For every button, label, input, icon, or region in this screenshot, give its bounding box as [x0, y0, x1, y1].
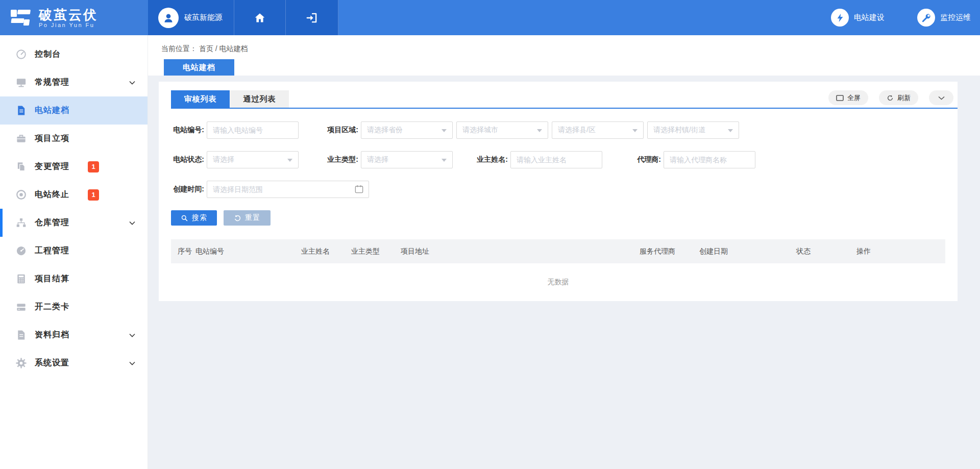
city-select[interactable]: 请选择城市: [456, 121, 548, 139]
tab-review-list[interactable]: 审核列表: [171, 90, 230, 108]
home-button[interactable]: [234, 0, 286, 35]
filter-actions: 搜索 重置: [171, 210, 945, 226]
panel-header: 审核列表 通过列表 全屏 刷新: [171, 82, 958, 109]
brand-logo: 破茧云伏 Po Jian Yun Fu: [0, 0, 148, 35]
agent-input[interactable]: [664, 151, 755, 168]
col-project-address: 项目地址: [401, 247, 640, 256]
chevron-down-icon: [129, 81, 135, 85]
sidebar-item-change-mgmt[interactable]: 变更管理 1: [0, 153, 148, 181]
refresh-button[interactable]: 刷新: [879, 90, 918, 105]
wrench-icon: [917, 9, 935, 27]
col-owner-type: 业主类型: [351, 247, 401, 256]
caret-down-icon: [287, 159, 292, 162]
main-panel: 审核列表 通过列表 全屏 刷新: [159, 82, 958, 301]
list-tabs: 审核列表 通过列表: [171, 90, 289, 108]
sidebar-item-system-settings[interactable]: 系统设置: [0, 349, 148, 377]
breadcrumb-prefix: 当前位置：: [161, 44, 197, 53]
agent-label: 代理商:: [628, 155, 661, 164]
breadcrumb-strip: 当前位置： 首页 / 电站建档 电站建档: [148, 35, 980, 76]
county-select[interactable]: 请选择县/区: [552, 121, 644, 139]
sitemap-icon: [15, 217, 27, 229]
collapse-panel-button[interactable]: [929, 90, 953, 105]
refresh-icon: [887, 94, 894, 102]
copy-pages-icon: [15, 161, 27, 173]
page-tab-station-filing[interactable]: 电站建档: [164, 59, 234, 76]
date-range-field: [207, 181, 369, 198]
col-seq: 序号: [178, 247, 195, 256]
user-account[interactable]: 破茧新能源: [148, 0, 234, 35]
document-icon: [15, 105, 27, 117]
chevron-down-icon: [938, 96, 945, 100]
filter-form: 电站编号: 项目区域: 请选择省份 请选择城市 请选择县/区 请选择村镇/街道 …: [159, 109, 958, 226]
monitor-icon: [15, 77, 27, 89]
gauge-icon: [15, 48, 27, 61]
nav-station-build[interactable]: 电站建设: [831, 9, 885, 27]
col-status: 状态: [796, 247, 856, 256]
project-region-label: 项目区域:: [325, 126, 358, 135]
reset-button[interactable]: 重置: [224, 210, 271, 226]
col-service-agent: 服务代理商: [640, 247, 699, 256]
station-code-label: 电站编号:: [171, 126, 204, 135]
province-select[interactable]: 请选择省份: [361, 121, 453, 139]
caret-down-icon: [728, 129, 733, 132]
sidebar-item-station-filing[interactable]: 电站建档: [0, 96, 148, 125]
tab-passed-list[interactable]: 通过列表: [230, 90, 289, 108]
caret-down-icon: [442, 129, 447, 132]
header-right-nav: 电站建设 监控运维: [338, 0, 980, 35]
station-termination-badge: 1: [88, 189, 99, 201]
filter-row-3: 创建时间:: [171, 181, 945, 198]
col-owner-name: 业主姓名: [301, 247, 351, 256]
caret-down-icon: [632, 129, 638, 132]
briefcase-icon: [15, 133, 27, 145]
app-title: 破茧云伏: [39, 8, 98, 22]
table-header-row: 序号 电站编号 业主姓名 业主类型 项目地址 服务代理商 创建日期 状态 操作: [171, 239, 945, 263]
caret-down-icon: [537, 129, 542, 132]
nav-station-build-label: 电站建设: [854, 13, 885, 22]
owner-name-input[interactable]: [510, 151, 602, 168]
breadcrumb-path: 首页 / 电站建档: [199, 44, 248, 53]
station-status-label: 电站状态:: [171, 155, 204, 164]
nav-monitor-ops-label: 监控运维: [940, 13, 971, 22]
card-icon: [15, 301, 27, 313]
sidebar-item-project-settlement[interactable]: 项目结算: [0, 265, 148, 293]
dashboard-icon: [15, 245, 27, 257]
sidebar-item-warehouse-mgmt[interactable]: 仓库管理: [0, 209, 148, 237]
station-status-select[interactable]: 请选择: [207, 151, 299, 168]
change-mgmt-badge: 1: [88, 161, 99, 172]
gear-icon: [15, 357, 27, 369]
owner-name-label: 业主姓名:: [475, 155, 508, 164]
sidebar-item-console[interactable]: 控制台: [0, 40, 148, 68]
col-create-date: 创建日期: [699, 247, 796, 256]
empty-state-text: 无数据: [171, 263, 945, 301]
sidebar-item-project-initiation[interactable]: 项目立项: [0, 125, 148, 153]
owner-type-select[interactable]: 请选择: [361, 151, 453, 168]
sidebar-item-data-archive[interactable]: 资料归档: [0, 321, 148, 349]
nav-monitor-ops[interactable]: 监控运维: [917, 9, 971, 27]
sidebar-item-engineering-mgmt[interactable]: 工程管理: [0, 237, 148, 265]
brand-logo-icon: [9, 6, 33, 30]
avatar: [158, 8, 179, 28]
company-name: 破茧新能源: [184, 13, 223, 22]
top-header: 破茧云伏 Po Jian Yun Fu 破茧新能源: [0, 0, 980, 35]
filter-row-2: 电站状态: 请选择 业主类型: 请选择 业主姓名: 代理商:: [171, 151, 945, 168]
filter-row-1: 电站编号: 项目区域: 请选择省份 请选择城市 请选择县/区 请选择村镇/街道: [171, 121, 945, 139]
date-range-input[interactable]: [207, 181, 369, 198]
user-icon: [162, 11, 175, 24]
caret-down-icon: [442, 159, 447, 162]
town-select[interactable]: 请选择村镇/街道: [647, 121, 739, 139]
reset-icon: [234, 214, 241, 222]
fullscreen-button[interactable]: 全屏: [828, 90, 868, 105]
sidebar-item-open-type2-card[interactable]: 开二类卡: [0, 293, 148, 321]
create-time-label: 创建时间:: [171, 185, 204, 194]
col-station-code: 电站编号: [195, 247, 301, 256]
header-middle: 破茧新能源: [148, 0, 338, 35]
home-icon: [254, 12, 266, 24]
sidebar-item-station-termination[interactable]: 电站终止 1: [0, 181, 148, 209]
search-button[interactable]: 搜索: [171, 210, 217, 226]
station-code-input[interactable]: [207, 121, 299, 139]
logout-button[interactable]: [286, 0, 338, 35]
sidebar-item-general-mgmt[interactable]: 常规管理: [0, 68, 148, 96]
search-icon: [181, 214, 188, 222]
app-subtitle: Po Jian Yun Fu: [39, 22, 98, 28]
chevron-down-icon: [129, 361, 135, 365]
